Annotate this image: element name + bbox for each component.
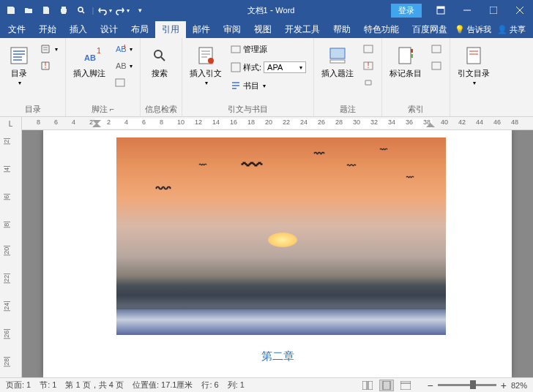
- tab-file[interactable]: 文件: [1, 21, 32, 38]
- close-button[interactable]: [507, 0, 533, 20]
- insert-caption[interactable]: 插入题注: [318, 41, 357, 81]
- qat-undo[interactable]: ▾: [97, 2, 113, 18]
- minimize-button[interactable]: [454, 0, 480, 20]
- share-button[interactable]: 👤 共享: [497, 24, 526, 35]
- style-select[interactable]: APA▾: [264, 61, 306, 73]
- qat-redo[interactable]: ▾: [114, 2, 130, 18]
- tab-layout[interactable]: 布局: [124, 21, 155, 38]
- view-print-icon[interactable]: [379, 380, 394, 391]
- mark-entry[interactable]: 标记条目: [387, 41, 425, 81]
- svg-rect-15: [231, 46, 240, 53]
- window-title: 文档1 - Word: [151, 5, 391, 16]
- status-bar: 页面: 1 节: 1 第 1 页，共 4 页 位置值: 17.1厘米 行: 6 …: [0, 377, 533, 392]
- svg-rect-27: [467, 48, 480, 64]
- sb-page[interactable]: 页面: 1: [6, 380, 31, 391]
- group-caption-label: 题注: [318, 102, 377, 116]
- toc-button[interactable]: 目录▾: [4, 41, 34, 89]
- chapter-heading[interactable]: 第二章: [43, 350, 512, 363]
- horizontal-ruler[interactable]: 8642246810121416182022242628303234363840…: [22, 117, 533, 130]
- svg-rect-30: [383, 381, 390, 390]
- svg-rect-28: [362, 381, 367, 390]
- bibliography[interactable]: 书目▾: [228, 78, 309, 94]
- svg-rect-4: [11, 48, 27, 64]
- update-caption[interactable]: !: [359, 58, 377, 74]
- show-notes[interactable]: [111, 75, 135, 91]
- group-search-label: 信息检索: [145, 102, 177, 116]
- update-index[interactable]: [428, 58, 445, 74]
- tellme-icon[interactable]: 💡 告诉我: [455, 24, 491, 35]
- update-toc[interactable]: !: [37, 58, 61, 74]
- cross-ref[interactable]: [359, 75, 377, 91]
- tab-design[interactable]: 设计: [94, 21, 124, 38]
- page: 〰 〰 〰 〰 〰 〰 〰 第二章: [43, 130, 512, 377]
- sunset-image[interactable]: 〰 〰 〰 〰 〰 〰 〰: [116, 137, 446, 335]
- group-footnote-label: 脚注 ⌐: [70, 102, 135, 116]
- tab-references[interactable]: 引用: [155, 21, 186, 38]
- svg-text:AB: AB: [116, 61, 126, 70]
- svg-text:1: 1: [97, 46, 100, 55]
- ribbon-options-icon[interactable]: [428, 0, 454, 20]
- svg-point-12: [154, 50, 162, 58]
- tab-view[interactable]: 视图: [247, 21, 278, 38]
- qat-open[interactable]: [20, 2, 37, 18]
- tab-baidu[interactable]: 百度网盘: [406, 21, 454, 38]
- vertical-ruler[interactable]: |2||4||6||8||20||22||24||26||28|: [0, 130, 22, 377]
- insert-endnote[interactable]: ABi▾: [111, 41, 135, 57]
- svg-rect-17: [330, 48, 345, 59]
- group-citation-label: 引文与书目: [187, 102, 309, 116]
- add-text[interactable]: ▾: [37, 41, 61, 57]
- tab-help[interactable]: 帮助: [327, 21, 357, 38]
- citation-style[interactable]: 样式: APA▾: [228, 59, 309, 75]
- zoom-value[interactable]: 82%: [511, 381, 527, 390]
- qat-sep1: |: [91, 2, 95, 18]
- sb-pages[interactable]: 第 1 页，共 4 页: [65, 380, 123, 391]
- search-button[interactable]: 搜索: [145, 41, 174, 81]
- sb-section[interactable]: 节: 1: [40, 380, 56, 391]
- next-footnote[interactable]: AB▾: [111, 58, 135, 74]
- qat-new[interactable]: [38, 2, 54, 18]
- insert-footnote[interactable]: AB1 插入脚注: [70, 41, 108, 81]
- svg-rect-11: [116, 79, 124, 86]
- insert-citation[interactable]: 插入引文▾: [187, 41, 225, 89]
- svg-text:!: !: [44, 61, 46, 69]
- tab-devtools[interactable]: 开发工具: [278, 21, 327, 38]
- qat-save[interactable]: [3, 2, 19, 18]
- sb-col[interactable]: 列: 1: [228, 380, 245, 391]
- sb-position[interactable]: 位置值: 17.1厘米: [133, 380, 193, 391]
- svg-rect-24: [411, 54, 413, 58]
- svg-rect-18: [330, 60, 345, 63]
- tab-mail[interactable]: 邮件: [186, 21, 217, 38]
- svg-rect-19: [364, 45, 373, 53]
- login-button[interactable]: 登录: [391, 4, 422, 18]
- zoom-out[interactable]: −: [428, 380, 433, 391]
- qat-preview[interactable]: [73, 2, 89, 18]
- citation-toc[interactable]: 引文目录▾: [455, 41, 493, 89]
- svg-point-14: [208, 58, 214, 64]
- svg-rect-23: [411, 49, 413, 53]
- svg-rect-31: [400, 381, 411, 390]
- maximize-button[interactable]: [480, 0, 507, 20]
- view-web-icon[interactable]: [398, 380, 413, 391]
- sb-line[interactable]: 行: 6: [201, 380, 218, 391]
- svg-text:i: i: [124, 44, 125, 50]
- manage-sources[interactable]: 管理源: [228, 41, 309, 57]
- view-read-icon[interactable]: [360, 380, 375, 391]
- zoom-slider[interactable]: [438, 384, 496, 386]
- svg-rect-2: [437, 7, 444, 9]
- document-canvas[interactable]: 〰 〰 〰 〰 〰 〰 〰 第二章: [22, 130, 533, 377]
- tab-home[interactable]: 开始: [32, 21, 63, 38]
- qat-more[interactable]: ▾: [132, 2, 148, 18]
- ribbon: 目录▾ ▾ ! 目录 AB1 插入脚注 ABi▾ AB▾ 脚注 ⌐: [0, 38, 533, 117]
- svg-text:AB: AB: [84, 53, 96, 62]
- qat-print[interactable]: [56, 2, 72, 18]
- tab-features[interactable]: 特色功能: [357, 21, 406, 38]
- zoom-in[interactable]: +: [501, 380, 507, 391]
- svg-rect-3: [490, 7, 497, 14]
- tab-insert[interactable]: 插入: [63, 21, 94, 38]
- insert-index[interactable]: [428, 41, 445, 57]
- group-index-label: 索引: [387, 102, 445, 116]
- ruler-corner: L: [0, 117, 22, 130]
- menu-tabs: 文件 开始 插入 设计 布局 引用 邮件 审阅 视图 开发工具 帮助 特色功能 …: [0, 20, 533, 38]
- insert-fig-table[interactable]: [359, 41, 377, 57]
- tab-review[interactable]: 审阅: [217, 21, 247, 38]
